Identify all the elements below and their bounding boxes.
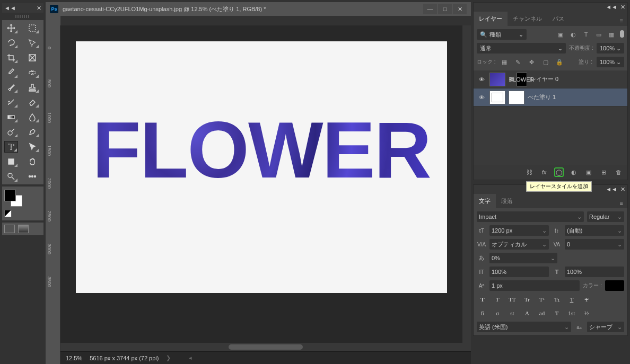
filter-type-icon[interactable]: T	[582, 30, 590, 39]
add-mask-icon[interactable]: ◯	[554, 167, 564, 177]
visibility-icon[interactable]: 👁	[477, 94, 486, 101]
layer-name[interactable]: レイヤー 0	[530, 75, 558, 83]
visibility-icon[interactable]: 👁	[477, 76, 486, 83]
delete-layer-icon[interactable]: 🗑	[614, 167, 623, 177]
horizontal-scrollbar[interactable]	[60, 343, 471, 351]
panel-menu-icon[interactable]: ≡	[616, 198, 627, 208]
crop-tool[interactable]	[4, 52, 18, 64]
type-style-button[interactable]: T₁	[551, 294, 563, 305]
type-layer-text[interactable]: FLOWER	[92, 110, 431, 190]
panel-close-icon[interactable]: ✕	[620, 186, 625, 193]
screen-mode[interactable]	[4, 225, 15, 233]
frame-tool[interactable]	[25, 52, 39, 64]
type-style-button[interactable]: T	[566, 294, 578, 305]
blend-mode-select[interactable]: 通常⌄	[477, 43, 566, 54]
fill-input[interactable]: 100%⌄	[597, 57, 624, 67]
color-swatches[interactable]	[2, 187, 43, 220]
layer-mask-thumb[interactable]	[509, 91, 524, 104]
hand-tool[interactable]	[25, 156, 39, 167]
layer-thumb[interactable]	[489, 91, 505, 104]
blur-tool[interactable]	[25, 111, 39, 123]
tab-paragraph[interactable]: 段落	[496, 194, 518, 208]
adjustment-layer-icon[interactable]: ◐	[569, 167, 579, 177]
type-style-button[interactable]: T	[492, 294, 503, 305]
filter-adjust-icon[interactable]: ◐	[569, 30, 578, 39]
font-family-select[interactable]: Impact	[477, 211, 584, 222]
stamp-tool[interactable]	[25, 82, 39, 93]
default-colors[interactable]	[4, 210, 12, 217]
opentype-button[interactable]: T	[551, 308, 563, 318]
gradient-tool[interactable]	[4, 111, 18, 123]
tab-layers[interactable]: レイヤー	[474, 12, 508, 26]
path-select-tool[interactable]	[25, 141, 39, 153]
lock-pixels-icon[interactable]: ✎	[514, 58, 522, 66]
layer-mask-thumb[interactable]: FLOWER	[517, 73, 527, 86]
hscale-input[interactable]: 100%	[565, 267, 624, 277]
tracking-input[interactable]: 0	[565, 239, 624, 250]
tab-character[interactable]: 文字	[474, 194, 496, 208]
opentype-button[interactable]: ½	[581, 308, 592, 318]
lock-transparent-icon[interactable]: ▦	[500, 58, 509, 66]
language-select[interactable]: 英語 (米国)	[477, 322, 571, 332]
artboard[interactable]: FLOWER	[76, 41, 447, 293]
type-style-button[interactable]: T	[477, 294, 488, 305]
zoom-level[interactable]: 12.5%	[66, 355, 82, 361]
tab-channels[interactable]: チャンネル	[508, 12, 547, 26]
opentype-button[interactable]: st	[506, 308, 518, 318]
vscale-input[interactable]: 100%	[489, 267, 549, 277]
layer-thumb[interactable]	[489, 73, 505, 86]
filter-toggle[interactable]	[620, 30, 624, 38]
status-chevron-icon[interactable]: ❯	[166, 354, 171, 361]
lock-all-icon[interactable]: 🔒	[555, 58, 564, 66]
minimize-button[interactable]: —	[423, 4, 437, 14]
edit-toolbar[interactable]	[25, 171, 39, 182]
type-style-button[interactable]: T¹	[536, 294, 548, 305]
status-caret-icon[interactable]: ◂	[189, 354, 192, 361]
percent-input[interactable]: 0%	[489, 253, 557, 263]
foreground-color[interactable]	[4, 190, 16, 201]
leading-input[interactable]: (自動)	[565, 225, 624, 236]
layer-row[interactable]: 👁 ⛓ FLOWER レイヤー 0	[474, 70, 627, 88]
close-button[interactable]: ✕	[453, 4, 467, 14]
baseline-input[interactable]: 1 px	[489, 280, 580, 291]
opentype-button[interactable]: fi	[477, 308, 488, 318]
healing-tool[interactable]	[25, 67, 39, 78]
antialias-select[interactable]: シャープ	[587, 322, 624, 332]
quick-select-tool[interactable]	[25, 37, 39, 49]
layer-fx-icon[interactable]: fx	[539, 167, 549, 177]
type-tool[interactable]	[4, 141, 18, 153]
eraser-tool[interactable]	[25, 96, 39, 108]
move-tool[interactable]	[4, 22, 18, 34]
link-layers-icon[interactable]: ⛓	[524, 167, 534, 177]
opacity-input[interactable]: 100%⌄	[597, 43, 624, 54]
vertical-ruler[interactable]: 0500100015002000250030003500	[46, 25, 60, 364]
new-group-icon[interactable]: ▣	[584, 167, 593, 177]
panel-close-icon[interactable]: ✕	[620, 4, 625, 11]
history-brush-tool[interactable]	[4, 96, 18, 108]
eyedropper-tool[interactable]	[4, 67, 18, 78]
type-style-button[interactable]: Tr	[521, 294, 533, 305]
new-layer-icon[interactable]: ⊞	[599, 167, 608, 177]
lock-artboard-icon[interactable]: ▢	[541, 58, 550, 66]
type-style-button[interactable]: TT	[506, 294, 518, 305]
opentype-button[interactable]: 1st	[566, 308, 578, 318]
quick-mask[interactable]	[18, 225, 29, 233]
font-size-input[interactable]: 1200 px	[489, 225, 549, 236]
collapse-icon[interactable]: ◄◄	[606, 186, 617, 192]
dodge-tool[interactable]	[4, 126, 18, 138]
vertical-scrollbar[interactable]	[462, 25, 471, 343]
type-style-button[interactable]: Ŧ	[581, 294, 592, 305]
marquee-tool[interactable]	[25, 22, 39, 34]
canvas-viewport[interactable]: FLOWER	[60, 25, 462, 343]
filter-shape-icon[interactable]: ▭	[594, 30, 603, 39]
collapse-icon[interactable]: ◄◄	[606, 4, 617, 10]
layer-row[interactable]: 👁 べた塗り 1	[474, 88, 627, 106]
text-color-swatch[interactable]	[605, 280, 624, 291]
opentype-button[interactable]: ad	[536, 308, 548, 318]
kerning-input[interactable]: オプティカル	[489, 239, 549, 250]
opentype-button[interactable]: A	[521, 308, 533, 318]
zoom-tool[interactable]	[4, 171, 18, 182]
font-style-select[interactable]: Regular	[587, 211, 624, 222]
pen-tool[interactable]	[25, 126, 39, 138]
layer-filter-kind[interactable]: 🔍種類⌄	[477, 29, 527, 40]
